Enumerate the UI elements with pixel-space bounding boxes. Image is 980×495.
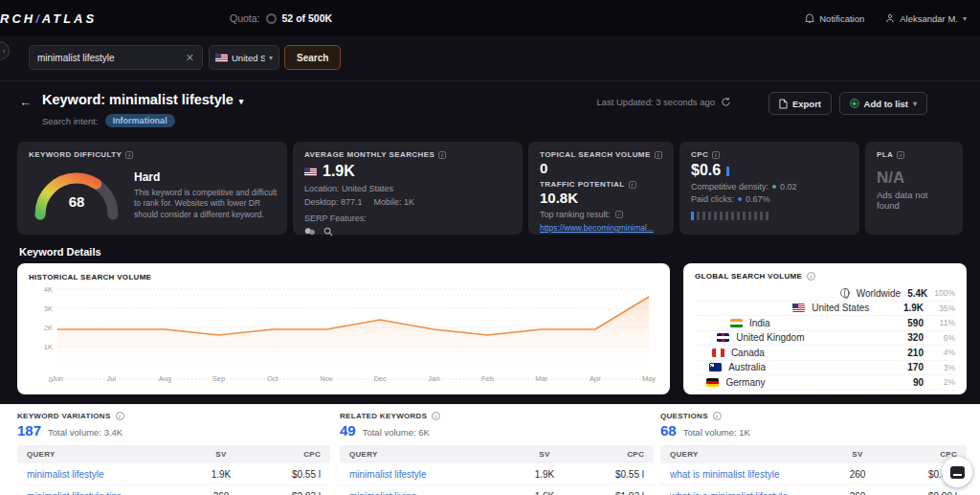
gsv-country-value: 320: [907, 332, 924, 343]
cpc-cell: $0.55: [252, 469, 321, 480]
traffic-potential-value: 10.8K: [540, 190, 662, 206]
notification-label: Notification: [819, 13, 864, 24]
top-bar: RCH/ATLAS Quota: 52 of 500K Notification…: [0, 0, 980, 36]
keyword-header: ← Keyword: minimalist lifestyle▾ Search …: [0, 81, 980, 139]
cpc-trend-bar: [748, 212, 751, 220]
query-link[interactable]: what is minimalist lifestyle: [670, 469, 827, 480]
table-row[interactable]: what is a minimalist lifestyle260$0.00: [660, 485, 967, 495]
gsv-row-united-states[interactable]: United States1.9K35%: [695, 302, 955, 317]
gsv-country-value: 5.4K: [907, 288, 927, 299]
info-icon[interactable]: i: [432, 412, 440, 420]
add-to-list-button[interactable]: + Add to list ▾: [839, 92, 927, 115]
search-serp-icon[interactable]: [323, 227, 333, 236]
cpc-cell: $0.55: [575, 469, 644, 480]
pla-value: N/A: [877, 169, 951, 188]
gsv-country-name: India: [749, 318, 901, 328]
topical-traffic-card: TOPICAL SEARCH VOLUMEi 0 TRAFFIC POTENTI…: [528, 142, 674, 235]
query-link[interactable]: minimalist lifestyle tips: [27, 491, 190, 495]
table-count: 68: [660, 422, 677, 439]
table-row[interactable]: minimalist living1.6K$1.03: [340, 485, 654, 495]
historical-volume-chart[interactable]: 1K2K3K4K0JunJulAugSepOctNovDecJanFebMarA…: [29, 281, 657, 393]
au-flag-icon: [709, 363, 722, 371]
gsv-country-percent: 3%: [930, 363, 955, 372]
cpc-card: CPCi $0.6 Competitive density:0.02 Paid …: [679, 142, 859, 235]
user-menu[interactable]: Aleksandar M. ▾: [885, 13, 967, 24]
avg-monthly-searches-card: AVERAGE MONTHLY SEARCHESi 1.9K Location:…: [293, 142, 523, 235]
search-volume-cell: 260: [827, 491, 888, 495]
in-flag-icon: [730, 319, 743, 327]
refresh-icon[interactable]: [721, 97, 731, 107]
table-row[interactable]: minimalist lifestyle1.9K$0.55: [17, 463, 330, 485]
query-link[interactable]: what is a minimalist lifestyle: [670, 491, 827, 495]
query-link[interactable]: minimalist living: [349, 491, 514, 495]
ams-mobile: Mobile: 1K: [374, 197, 415, 207]
info-icon[interactable]: i: [629, 181, 636, 189]
table-total-volume: Total volume: 6K: [363, 427, 430, 438]
table-count: 49: [340, 422, 356, 439]
gsv-row-germany[interactable]: Germany902%: [695, 375, 955, 391]
info-icon[interactable]: i: [713, 412, 722, 420]
clear-search-icon[interactable]: ✕: [186, 52, 194, 64]
search-volume-cell: 1.6K: [514, 491, 575, 495]
questions-panel: QUESTIONSi68Total volume: 1KQUERYSVCPCwh…: [660, 404, 967, 495]
keyword-search-input[interactable]: minimalist lifestyle ✕: [29, 45, 203, 70]
table-header: QUERYSVCPC: [340, 445, 654, 463]
info-icon[interactable]: i: [116, 412, 124, 420]
table-header: QUERYSVCPC: [17, 445, 330, 463]
svg-text:3K: 3K: [44, 304, 53, 313]
keyword-variations-panel: KEYWORD VARIATIONSi187Total volume: 3.4K…: [17, 404, 330, 495]
globe-flag-icon: [840, 288, 850, 298]
sidebar-expand-toggle[interactable]: ›: [0, 41, 10, 60]
query-link[interactable]: minimalist lifestyle: [349, 469, 514, 480]
page-title[interactable]: Keyword: minimalist lifestyle▾: [42, 92, 243, 107]
notification-button[interactable]: Notification: [805, 13, 864, 24]
info-icon[interactable]: i: [615, 211, 623, 218]
chevron-down-icon: ▾: [239, 97, 244, 106]
gsv-row-india[interactable]: India59011%: [695, 316, 955, 331]
svg-text:Sep: Sep: [212, 374, 225, 383]
comments-serp-icon[interactable]: [304, 227, 316, 236]
ams-location: Location: United States: [304, 184, 511, 193]
gsv-country-percent: 11%: [930, 318, 955, 327]
cpc-trend-bar: [691, 212, 694, 220]
app-logo[interactable]: RCH/ATLAS: [0, 11, 97, 26]
top-ranking-result-link[interactable]: https://www.becomingminimal...: [540, 223, 662, 233]
pla-card: PLAi N/A Ads data not found: [865, 142, 963, 235]
back-button[interactable]: ←: [19, 95, 32, 109]
gsv-row-canada[interactable]: Canada2104%: [695, 346, 955, 361]
gsv-country-value: 1.9K: [903, 303, 924, 313]
top-result-label: Top ranking result:: [540, 210, 611, 219]
info-icon[interactable]: i: [712, 151, 720, 159]
info-icon[interactable]: i: [807, 272, 815, 281]
svg-text:Apr: Apr: [590, 374, 601, 383]
cpc-trend-bar: [743, 212, 746, 220]
svg-text:Feb: Feb: [481, 374, 494, 383]
table-total-volume: Total volume: 1K: [683, 427, 750, 438]
gsv-country-percent: 4%: [930, 348, 955, 357]
info-icon[interactable]: i: [438, 151, 446, 159]
table-row[interactable]: what is minimalist lifestyle260$0.00: [660, 463, 967, 485]
gsv-row-australia[interactable]: Australia1703%: [695, 361, 955, 376]
info-icon[interactable]: i: [897, 151, 904, 159]
gsv-row-worldwide[interactable]: Worldwide5.4K100%: [695, 286, 955, 302]
info-icon[interactable]: i: [655, 151, 662, 159]
density-value: 0.02: [780, 182, 797, 191]
search-button[interactable]: Search: [284, 45, 341, 70]
difficulty-gauge: 68: [31, 165, 122, 220]
chart-title: HISTORICAL SEARCH VOLUME: [29, 273, 658, 281]
table-header: QUERYSVCPC: [660, 445, 967, 463]
search-bar-row: › minimalist lifestyle ✕ United States ▾…: [0, 36, 980, 81]
country-select[interactable]: United States ▾: [209, 45, 279, 70]
table-row[interactable]: minimalist lifestyle1.9K$0.55: [340, 463, 654, 485]
historical-search-volume-card: HISTORICAL SEARCH VOLUME 1K2K3K4K0JunJul…: [17, 263, 670, 394]
gsv-country-value: 590: [907, 318, 924, 328]
gsv-row-united-kingdom[interactable]: United Kingdom3206%: [695, 331, 955, 347]
table-row[interactable]: minimalist lifestyle tips260$2.83: [17, 485, 330, 495]
gb-flag-icon: [717, 333, 729, 342]
export-button[interactable]: Export: [768, 92, 832, 115]
query-link[interactable]: minimalist lifestyle: [27, 469, 190, 480]
plus-circle-icon: +: [850, 99, 859, 108]
chat-icon: [950, 466, 965, 479]
info-icon[interactable]: i: [125, 151, 133, 159]
chat-widget-button[interactable]: [942, 457, 972, 487]
